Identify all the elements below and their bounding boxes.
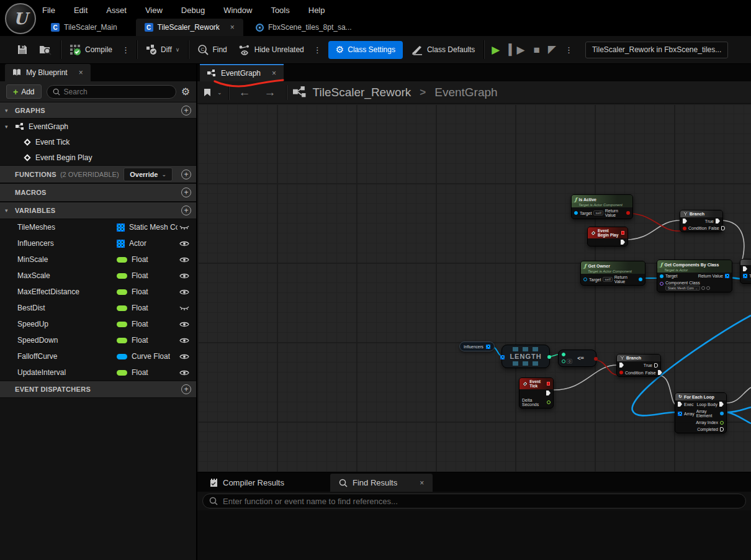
frame-skip-button[interactable]: ▍▶ bbox=[504, 45, 529, 55]
variable-row-Influencers[interactable]: InfluencersActor bbox=[0, 235, 196, 251]
save-button[interactable] bbox=[11, 40, 34, 59]
panel-settings-gear-icon[interactable]: ⚙ bbox=[181, 86, 190, 97]
false-pin[interactable] bbox=[658, 370, 662, 375]
node-get-owner[interactable]: ƒGet Owner Target is Actor Component Tar… bbox=[580, 261, 645, 286]
class-select-dropdown[interactable]: Static Mesh Com⌄ bbox=[665, 286, 700, 291]
browse-button[interactable] bbox=[34, 40, 57, 59]
hide-unrelated-button[interactable]: Hide Unrelated bbox=[233, 40, 310, 59]
graph-canvas[interactable]: ƒIs Active Target is Actor Component Tar… bbox=[197, 104, 751, 472]
component-class-pin[interactable] bbox=[660, 282, 663, 286]
variable-row-UpdateInterval[interactable]: UpdateIntervalFloat bbox=[0, 364, 196, 381]
exec-in-pin[interactable] bbox=[678, 402, 682, 407]
variable-row-MaxScale[interactable]: MaxScaleFloat bbox=[0, 268, 196, 284]
node-event-begin-play[interactable]: Event Begin Play bbox=[587, 227, 628, 246]
variable-row-MaxEffectDistance[interactable]: MaxEffectDistanceFloat bbox=[0, 284, 196, 300]
eye-open-icon[interactable] bbox=[179, 321, 190, 328]
variable-row-TileMeshes[interactable]: TileMeshesStatic Mesh Co bbox=[0, 219, 196, 235]
eye-closed-icon[interactable] bbox=[179, 305, 190, 311]
eye-open-icon[interactable] bbox=[179, 353, 190, 360]
section-variables[interactable]: ▾ VARIABLES + bbox=[0, 202, 196, 219]
eye-open-icon[interactable] bbox=[179, 337, 190, 344]
section-event-dispatchers[interactable]: EVENT DISPATCHERS + bbox=[0, 381, 196, 398]
tab-my-blueprint[interactable]: My Blueprint × bbox=[5, 64, 91, 81]
array-element-pin[interactable] bbox=[720, 412, 724, 415]
menu-view[interactable]: View bbox=[145, 6, 163, 15]
loop-body-pin[interactable] bbox=[719, 402, 724, 407]
find-search-field[interactable] bbox=[202, 494, 746, 508]
bookmark-icon[interactable] bbox=[204, 88, 211, 97]
section-graphs[interactable]: ▾ GRAPHS + bbox=[0, 102, 196, 119]
override-dropdown[interactable]: Override ⌄ bbox=[124, 168, 173, 181]
close-icon[interactable]: × bbox=[420, 479, 424, 487]
close-icon[interactable]: × bbox=[79, 68, 83, 77]
node-set-partial[interactable]: T bbox=[740, 259, 751, 284]
add-macro-button[interactable]: + bbox=[181, 187, 191, 197]
exec-out-pin[interactable] bbox=[621, 240, 625, 245]
class-settings-button[interactable]: ⚙ Class Settings bbox=[328, 41, 403, 59]
false-pin[interactable] bbox=[721, 226, 725, 230]
node-for-each-loop[interactable]: ↻For Each Loop Exec Loop Body Array Arra… bbox=[675, 392, 727, 433]
tab-eventgraph[interactable]: EventGraph × bbox=[200, 64, 284, 81]
node-array-length[interactable]: LENGTH bbox=[501, 345, 550, 368]
variable-row-SpeedDown[interactable]: SpeedDownFloat bbox=[0, 332, 196, 348]
section-functions[interactable]: FUNCTIONS (2 OVERRIDABLE) Override ⌄ + bbox=[0, 165, 196, 183]
graph-item-eventgraph[interactable]: ▾ EventGraph bbox=[0, 119, 196, 134]
graph-item-event-begin-play[interactable]: Event Begin Play bbox=[0, 150, 196, 165]
variable-row-FalloffCurve[interactable]: FalloffCurveCurve Float bbox=[0, 348, 196, 364]
unreal-logo[interactable]: U bbox=[5, 3, 36, 34]
variable-row-SpeedUp[interactable]: SpeedUpFloat bbox=[0, 316, 196, 332]
menu-help[interactable]: Help bbox=[308, 6, 325, 15]
tab-tilescaler-main[interactable]: C TileScaler_Main bbox=[42, 19, 126, 36]
section-macros[interactable]: MACROS + bbox=[0, 183, 196, 202]
menu-asset[interactable]: Asset bbox=[106, 6, 127, 15]
bool-out-pin[interactable] bbox=[594, 357, 598, 361]
add-dispatcher-button[interactable]: + bbox=[181, 384, 191, 394]
array-in-pin[interactable] bbox=[743, 274, 747, 278]
use-selected-icon[interactable] bbox=[701, 286, 705, 290]
tab-compiler-results[interactable]: Compiler Results bbox=[201, 474, 293, 492]
eye-closed-icon[interactable] bbox=[179, 224, 190, 230]
menu-window[interactable]: Window bbox=[223, 6, 252, 15]
node-branch-1[interactable]: Branch True Condition False bbox=[680, 210, 723, 232]
class-defaults-button[interactable]: Class Defaults bbox=[406, 40, 480, 59]
eye-open-icon[interactable] bbox=[179, 289, 190, 296]
array-in-pin[interactable] bbox=[678, 412, 682, 416]
return-value-pin[interactable] bbox=[626, 211, 630, 215]
length-out-pin[interactable] bbox=[547, 355, 551, 359]
true-pin[interactable] bbox=[716, 219, 720, 224]
condition-pin[interactable] bbox=[683, 227, 686, 230]
tab-fbxscene[interactable]: FbxScene_tiles_8pt_sa... bbox=[247, 19, 361, 36]
node-event-tick[interactable]: Event Tick Delta Seconds bbox=[519, 377, 554, 409]
breadcrumb-blueprint[interactable]: TileScaler_Rework bbox=[313, 86, 411, 99]
compile-options-kebab[interactable]: ⋮ bbox=[118, 45, 133, 55]
find-references-input[interactable] bbox=[223, 497, 739, 506]
array-out-pin[interactable] bbox=[486, 345, 490, 349]
menu-debug[interactable]: Debug bbox=[181, 6, 205, 15]
close-icon[interactable]: × bbox=[230, 23, 235, 32]
target-pin[interactable] bbox=[583, 278, 587, 281]
close-icon[interactable]: × bbox=[272, 69, 276, 78]
node-branch-2[interactable]: Branch True Condition False bbox=[616, 354, 661, 377]
play-button[interactable]: ▶ bbox=[487, 45, 504, 55]
debug-object-selector[interactable]: TileScaler_Rework in FbxScene_tiles... bbox=[585, 42, 728, 58]
condition-pin[interactable] bbox=[619, 371, 623, 374]
compare-in-b-pin[interactable] bbox=[562, 359, 565, 363]
eye-open-icon[interactable] bbox=[179, 256, 190, 263]
collapse-arrow-icon[interactable]: ▾ bbox=[5, 207, 11, 214]
find-button[interactable]: C Find bbox=[192, 40, 232, 59]
menu-file[interactable]: File bbox=[42, 6, 55, 15]
menu-tools[interactable]: Tools bbox=[271, 6, 289, 15]
true-pin[interactable] bbox=[654, 363, 658, 368]
eye-open-icon[interactable] bbox=[179, 273, 190, 279]
node-less-equal[interactable]: 0 <= bbox=[558, 350, 596, 367]
hide-unrelated-kebab[interactable]: ⋮ bbox=[310, 45, 325, 55]
array-in-pin[interactable] bbox=[500, 355, 505, 359]
nav-back-button[interactable]: ← bbox=[235, 86, 254, 99]
target-pin[interactable] bbox=[574, 211, 578, 215]
add-function-button[interactable]: + bbox=[181, 169, 191, 179]
delta-seconds-pin[interactable] bbox=[547, 400, 551, 404]
breadcrumb-graph[interactable]: EventGraph bbox=[434, 86, 497, 99]
tab-find-results[interactable]: Find Results × bbox=[330, 474, 433, 492]
compile-button[interactable]: Compile bbox=[64, 40, 118, 59]
browse-asset-icon[interactable] bbox=[706, 286, 710, 290]
